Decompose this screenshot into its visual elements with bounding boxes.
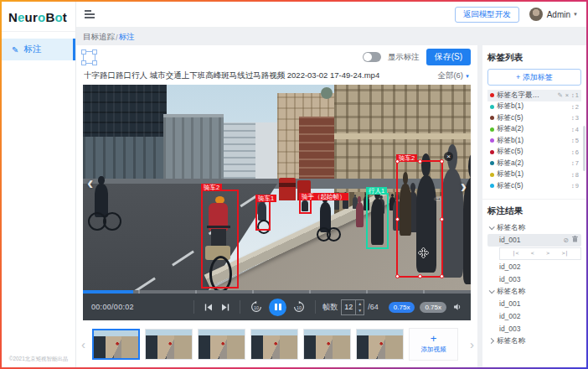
first-frame-icon[interactable]: |< — [513, 250, 519, 257]
label-row[interactable]: 标签c(5) ↕3 — [487, 112, 581, 124]
next-frame-icon[interactable] — [221, 304, 230, 311]
video-frame[interactable]: 骑车2 骑车1 骑手（起始帧） 行人1 骑车2 — [83, 85, 471, 290]
label-name: 标签a(2) — [497, 159, 524, 169]
hide-annotation-icon[interactable]: ⊘ — [563, 236, 569, 244]
label-hotkey: 1 — [575, 91, 579, 99]
chevron-down-icon — [489, 224, 495, 230]
user-name: Admin — [547, 10, 570, 19]
sort-icon: ↕ — [571, 103, 575, 111]
bounding-box-tool-icon[interactable] — [83, 51, 95, 64]
filmstrip-prev-icon[interactable]: ‹ — [80, 337, 87, 351]
label-row[interactable]: 标签名字最长数... ✎ × ↕1 — [487, 90, 581, 101]
volume-icon[interactable] — [453, 303, 471, 311]
next-frame-icon[interactable]: > — [546, 250, 549, 257]
label-hotkey: 5 — [575, 137, 579, 144]
label-color-dot — [490, 127, 494, 132]
video-thumbnail-2[interactable] — [145, 329, 193, 360]
result-item[interactable]: id_001 — [487, 298, 581, 310]
add-label-button[interactable]: + 添加标签 — [487, 69, 581, 86]
resize-cursor-icon: ↔ — [433, 192, 442, 202]
last-frame-icon[interactable]: >| — [562, 250, 569, 257]
label-row[interactable]: 标签a(2) ↕7 — [487, 158, 581, 169]
collapse-menu-icon[interactable] — [85, 10, 95, 18]
result-item[interactable]: id_002 — [487, 261, 581, 273]
delete-label-icon[interactable]: × — [565, 92, 569, 99]
video-thumbnail-6[interactable] — [356, 329, 404, 360]
video-thumbnail-5[interactable] — [303, 329, 351, 360]
label-color-dot — [490, 116, 494, 120]
resize-handle[interactable] — [440, 274, 444, 278]
resize-handle[interactable] — [395, 159, 400, 164]
label-name: 标签a(2) — [497, 124, 524, 134]
next-frame-chevron[interactable]: › — [461, 179, 467, 195]
label-row[interactable]: 标签b(1) ↕5 — [487, 135, 581, 147]
copyright-text: ©2021北京矩视智能出品 — [5, 355, 73, 362]
bbox-rider-1[interactable]: 骑车1 — [255, 200, 271, 231]
video-thumbnail-1[interactable] — [92, 329, 140, 360]
result-item[interactable]: id_003 — [487, 273, 581, 286]
result-item[interactable]: id_002 — [487, 310, 581, 323]
sort-icon: ↕ — [571, 182, 575, 190]
bbox-rider-2[interactable]: 骑车2 — [201, 190, 239, 288]
time-display: 00:00/00:02 — [83, 303, 142, 311]
label-row[interactable]: 标签b(1) ↕2 — [487, 101, 581, 113]
prev-frame-icon[interactable] — [204, 304, 213, 311]
label-row[interactable]: 标签b(1) ↕8 — [487, 169, 581, 181]
back-to-model-dev-button[interactable]: 返回模型开发 — [455, 7, 519, 23]
show-annotations-toggle[interactable] — [363, 52, 381, 62]
result-group-name: 标签名称 — [497, 287, 525, 297]
label-filter-dropdown[interactable]: 全部(6) ▼ — [437, 70, 470, 81]
frame-number-input[interactable]: 12 ▲▼ — [341, 299, 364, 315]
result-group-header[interactable]: 标签名称 — [487, 335, 581, 347]
label-row[interactable]: 标签c(5) ↕6 — [487, 147, 581, 159]
topbar: 返回模型开发 Admin ▼ — [76, 2, 586, 28]
pause-button[interactable] — [269, 299, 286, 316]
bbox-rider-start-frame[interactable]: 骑手（起始帧） — [299, 199, 312, 214]
bbox-rider-2-selected[interactable]: 骑车2 × — [396, 160, 443, 278]
user-menu[interactable]: Admin ▼ — [547, 10, 578, 19]
result-group-header[interactable]: 标签名称 — [487, 286, 581, 298]
resize-handle[interactable] — [440, 217, 444, 221]
scrollbar[interactable] — [583, 126, 585, 171]
label-row[interactable]: 标签a(2) ↕4 — [487, 124, 581, 136]
breadcrumb-parent[interactable]: 目标追踪 — [83, 32, 115, 43]
sidebar-item-annotate[interactable]: ✎ 标注 — [2, 39, 75, 60]
result-item-selected[interactable]: id_001 ⊘ — [487, 234, 581, 247]
sort-icon: ↕ — [571, 137, 575, 144]
edit-label-icon[interactable]: ✎ — [557, 92, 562, 99]
progress-fill — [83, 290, 133, 294]
frame-number-value: 12 — [342, 303, 355, 311]
prev-frame-chevron[interactable]: ‹ — [87, 175, 93, 192]
resize-handle[interactable] — [418, 274, 422, 278]
label-color-dot — [490, 105, 494, 109]
filmstrip-next-icon[interactable]: › — [468, 337, 476, 351]
result-group-header[interactable]: 标签名称 — [487, 222, 581, 234]
show-annotations-label: 显示标注 — [388, 52, 420, 63]
avatar[interactable] — [529, 8, 543, 21]
resize-handle[interactable] — [418, 159, 422, 164]
speed-pill-active[interactable]: 0.75x — [389, 302, 415, 313]
video-progress-bar[interactable] — [83, 290, 471, 294]
frame-step-up-icon[interactable]: ▲ — [356, 300, 364, 308]
bbox-label: 行人1 — [366, 187, 387, 195]
resize-handle[interactable] — [395, 217, 400, 221]
frame-step-down-icon[interactable]: ▼ — [356, 307, 364, 314]
trash-icon[interactable] — [572, 236, 578, 244]
forward-10-frames-icon[interactable]: 10 — [293, 301, 305, 313]
resize-handle[interactable] — [395, 274, 400, 278]
prev-frame-icon[interactable]: < — [531, 250, 534, 257]
resize-handle[interactable] — [440, 159, 444, 164]
rewind-10-frames-icon[interactable]: 10 — [250, 301, 262, 313]
bbox-pedestrian-1[interactable]: 行人1 — [366, 193, 389, 249]
video-thumbnail-4[interactable] — [250, 329, 298, 360]
video-thumbnail-3[interactable] — [198, 329, 245, 360]
label-filter-value: 全部(6) — [437, 70, 463, 81]
add-video-button[interactable]: + 添加视频 — [409, 328, 458, 361]
annotation-results-title: 标注结果 — [487, 205, 581, 217]
label-row[interactable]: 标签c(5) ↕9 — [487, 180, 581, 192]
label-hotkey: 9 — [575, 182, 579, 190]
result-item[interactable]: id_003 — [487, 323, 581, 335]
save-button[interactable]: 保存(S) — [426, 49, 471, 65]
speed-pill-inactive[interactable]: 0.75x — [420, 302, 446, 313]
delete-box-icon[interactable]: × — [444, 152, 453, 161]
